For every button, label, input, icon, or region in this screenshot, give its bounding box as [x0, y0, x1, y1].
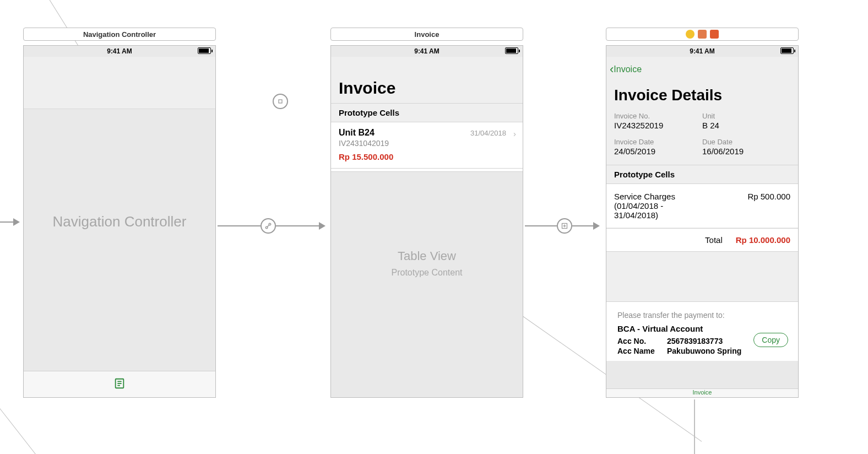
tableview-placeholder: Table View Prototype Content	[331, 249, 523, 278]
charge-name: Service Charges (01/04/2018 - 31/04/2018…	[614, 192, 708, 220]
tableview-label: Table View	[331, 249, 523, 263]
payment-bank: BCA - Virtual Account	[617, 324, 787, 333]
invoicedate-value: 24/05/2019	[614, 147, 702, 156]
invoiceno-label: Invoice No.	[614, 112, 702, 120]
cell-price: Rp 15.500.000	[339, 152, 515, 161]
unit-label: Unit	[702, 112, 790, 120]
cell-invoice-id: IV2431042019	[339, 139, 515, 148]
copy-button[interactable]: Copy	[753, 333, 788, 347]
status-time: 9:41 AM	[414, 47, 440, 55]
spacer	[606, 252, 798, 301]
phone-frame: 9:41 AM ‹ Invoice Invoice Details Invoic…	[606, 45, 799, 398]
battery-icon	[505, 47, 518, 54]
chevron-left-icon: ‹	[610, 62, 614, 77]
segue-arrow-in	[0, 218, 20, 226]
prototype-content-label: Prototype Content	[331, 268, 523, 278]
object-icon	[686, 30, 695, 39]
chevron-right-icon: ›	[513, 129, 516, 138]
invoiceno-value: IV243252019	[614, 121, 702, 130]
scene-title-label: Invoice	[415, 30, 440, 39]
accname-value: Pakubuwono Spring	[667, 347, 741, 355]
segue-nav-to-invoice	[218, 218, 326, 234]
status-bar: 9:41 AM	[331, 46, 523, 57]
tab-bar[interactable]: Invoice	[606, 388, 798, 397]
phone-frame: 9:41 AM Invoice Prototype Cells Unit B24…	[330, 45, 523, 398]
charge-cell[interactable]: Service Charges (01/04/2018 - 31/04/2018…	[606, 184, 798, 228]
section-header: Prototype Cells	[331, 104, 523, 122]
payment-note: Please transfer the payment to:	[617, 311, 787, 320]
status-bar: 9:41 AM	[606, 46, 798, 57]
accno-value: 2567839183773	[667, 337, 723, 345]
tab-label: Invoice	[693, 389, 712, 396]
total-label: Total	[705, 235, 723, 245]
accno-label: Acc No.	[617, 337, 667, 345]
duedate-label: Due Date	[702, 138, 790, 146]
copy-label: Copy	[762, 336, 780, 344]
large-title: Invoice	[331, 57, 523, 104]
invoicedate-label: Invoice Date	[614, 138, 702, 146]
status-time: 9:41 AM	[690, 47, 715, 55]
object-icon	[698, 30, 707, 39]
total-row: Total Rp 10.000.000	[606, 228, 798, 252]
invoice-cell[interactable]: Unit B24 IV2431042019 Rp 15.500.000 31/0…	[331, 122, 523, 169]
navcontroller-label: Navigation Controller	[24, 46, 215, 397]
cell-date: 31/04/2018	[470, 129, 506, 137]
scene-navigation-controller: Navigation Controller 9:41 AM Navigation…	[23, 28, 216, 398]
scene-invoice-list: Invoice 9:41 AM Invoice Prototype Cells …	[330, 28, 523, 398]
svg-rect-3	[279, 100, 282, 103]
unit-value: B 24	[702, 121, 790, 130]
duedate-value: 16/06/2019	[702, 147, 790, 156]
svg-line-2	[267, 225, 269, 227]
charge-amount: Rp 500.000	[747, 192, 790, 201]
toolbar-list-icon	[113, 377, 126, 392]
total-value: Rp 10.000.000	[736, 235, 790, 245]
scene-title[interactable]: Invoice	[330, 28, 523, 41]
segue-invoice-to-details	[525, 218, 600, 234]
scene-title-label: Navigation Controller	[83, 30, 156, 39]
accname-label: Acc Name	[617, 347, 667, 355]
battery-icon	[780, 47, 794, 54]
object-icon	[710, 30, 719, 39]
toolbar	[24, 371, 215, 397]
scene-title[interactable]: Navigation Controller	[23, 28, 216, 41]
section-header: Prototype Cells	[606, 165, 798, 184]
back-label: Invoice	[614, 64, 642, 74]
phone-frame: 9:41 AM Navigation Controller	[23, 45, 216, 398]
payment-section: Please transfer the payment to: BCA - Vi…	[606, 301, 798, 361]
scene-invoice-details: 9:41 AM ‹ Invoice Invoice Details Invoic…	[606, 28, 799, 398]
scene-title[interactable]	[606, 28, 799, 41]
segue-embed-icon	[218, 94, 288, 109]
back-button[interactable]: ‹ Invoice	[610, 62, 642, 77]
